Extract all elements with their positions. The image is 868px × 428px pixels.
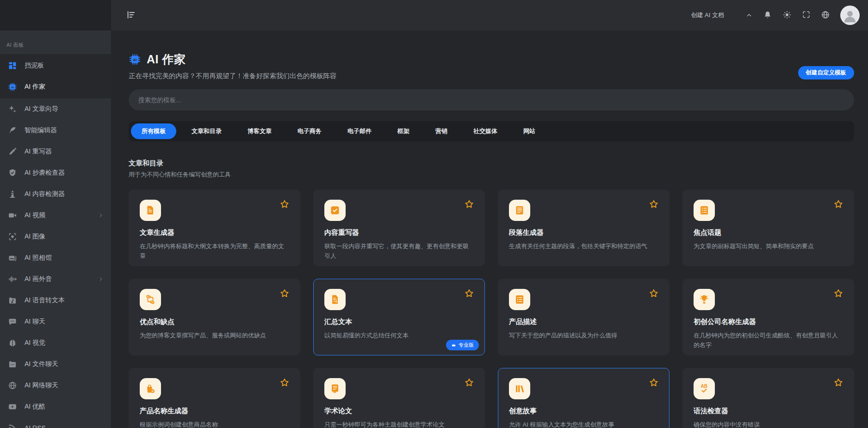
favorite-star-icon[interactable] bbox=[649, 378, 659, 388]
template-card-summarize-text[interactable]: 汇总文本以简短易懂的方式总结任何文本专业版 bbox=[313, 279, 485, 355]
sidebar-item-rss[interactable]: AI RSS bbox=[0, 417, 111, 428]
sidebar-item-image[interactable]: AI 图像 bbox=[0, 226, 111, 247]
template-title: 语法检查器 bbox=[694, 407, 843, 416]
sidebar-item-label: AI 图像 bbox=[25, 232, 45, 241]
page-title: AI 作家 bbox=[147, 52, 186, 67]
template-description: 根据示例词创建创意商品名称 bbox=[140, 420, 289, 428]
svg-text:AB: AB bbox=[701, 384, 707, 389]
tab-8[interactable]: 社交媒体 bbox=[463, 123, 508, 139]
tab-6[interactable]: 框架 bbox=[387, 123, 420, 139]
pro-badge: 专业版 bbox=[446, 340, 479, 350]
sidebar-item-youtube[interactable]: AI 优酷 bbox=[0, 396, 111, 417]
favorite-star-icon[interactable] bbox=[464, 288, 474, 299]
tab-1[interactable]: 所有模板 bbox=[131, 123, 176, 139]
favorite-star-icon[interactable] bbox=[464, 378, 474, 388]
notifications-button[interactable] bbox=[763, 10, 772, 21]
template-card-content-rewriter[interactable]: 内容重写器获取一段内容并重写它，使其更有趣、更有创意和更吸引人 bbox=[313, 190, 485, 266]
search-input[interactable] bbox=[138, 97, 844, 104]
lightbulb-icon bbox=[694, 289, 715, 310]
favorite-star-icon[interactable] bbox=[833, 199, 843, 209]
sidebar-item-article-wizard[interactable]: AI 文章向导 bbox=[0, 98, 111, 120]
sidebar-item-video[interactable]: AI 视频 bbox=[0, 205, 111, 226]
template-description: 只需一秒钟即可为各种主题创建创意学术论文 bbox=[324, 420, 474, 428]
template-card-pros-and-cons[interactable]: 优点和缺点为您的博客文章撰写产品、服务或网站的优缺点 bbox=[129, 279, 300, 355]
favorite-star-icon[interactable] bbox=[649, 199, 659, 209]
language-button[interactable] bbox=[821, 10, 830, 21]
sidebar-item-photo-studio[interactable]: AI 照相馆 bbox=[0, 247, 111, 269]
sidebar-item-vision[interactable]: AI 视觉 bbox=[0, 332, 111, 354]
web-chat-icon bbox=[7, 381, 18, 390]
sidebar-item-label: AI 重写器 bbox=[25, 147, 52, 156]
sidebar-active-group: 挡泥板AIAI 作家 bbox=[0, 54, 111, 98]
section-subtitle: 用于为不同心情和任务编写创意的工具 bbox=[129, 171, 854, 179]
user-avatar[interactable] bbox=[840, 6, 860, 25]
svg-text:AI: AI bbox=[133, 58, 137, 62]
template-description: 生成有关任何主题的段落，包括关键字和特定的语气 bbox=[509, 241, 658, 251]
chevron-up-icon[interactable] bbox=[745, 12, 753, 19]
page-header: AI AI 作家 正在寻找完美的内容？不用再观望了！准备好探索我们出色的模板阵容… bbox=[129, 52, 854, 80]
favorite-star-icon[interactable] bbox=[464, 199, 474, 209]
template-card-grammar-checker[interactable]: AB语法检查器确保您的内容中没有错误 bbox=[682, 368, 854, 428]
sidebar-item-content-detector[interactable]: AI 内容检测器 bbox=[0, 183, 111, 205]
template-card-product-name-generator[interactable]: 产品名称生成器根据示例词创建创意商品名称 bbox=[129, 368, 300, 428]
template-grid: 文章生成器在几秒钟内将标题和大纲文本转换为完整、高质量的文章内容重写器获取一段内… bbox=[129, 190, 854, 428]
template-card-product-description[interactable]: 产品描述写下关于您的产品的描述以及为什么值得 bbox=[498, 279, 670, 355]
sidebar-item-chat[interactable]: AI 聊天 bbox=[0, 311, 111, 332]
sidebar-item-label: AI 抄袭检查器 bbox=[25, 169, 65, 177]
menu-toggle-button[interactable] bbox=[126, 10, 136, 21]
sidebar-item-rewriter[interactable]: AI 重写器 bbox=[0, 141, 111, 162]
sidebar-section-label: AI 面板 bbox=[0, 31, 111, 54]
top-bar: 创建 AI 文档 bbox=[0, 0, 868, 31]
rewriter-icon bbox=[7, 147, 18, 156]
sidebar-item-web-chat[interactable]: AI 网络聊天 bbox=[0, 375, 111, 396]
template-card-startup-name-generator[interactable]: 初创公司名称生成器在几秒钟内为您的初创公司生成酷炫、有创意且吸引人的名字 bbox=[682, 279, 854, 355]
create-custom-template-button[interactable]: 创建自定义模板 bbox=[798, 66, 855, 79]
template-description: 在几秒钟内将标题和大纲文本转换为完整、高质量的文章 bbox=[140, 241, 289, 261]
category-tabs: 所有模板文章和目录博客文章电子商务电子邮件框架营销社交媒体网站 bbox=[129, 121, 854, 141]
main-content: AI AI 作家 正在寻找完美的内容？不用再观望了！准备好探索我们出色的模板阵容… bbox=[111, 31, 868, 428]
tab-2[interactable]: 文章和目录 bbox=[181, 123, 232, 139]
sidebar-item-label: AI 文章向导 bbox=[25, 105, 58, 113]
sidebar-item-ai-writer[interactable]: AIAI 作家 bbox=[0, 76, 111, 98]
tab-7[interactable]: 营销 bbox=[425, 123, 458, 139]
sidebar-item-smart-editor[interactable]: 智能编辑器 bbox=[0, 120, 111, 141]
bell-icon bbox=[763, 10, 772, 21]
academic-icon bbox=[324, 378, 346, 399]
sidebar-item-speech-to-text[interactable]: AI 语音转文本 bbox=[0, 290, 111, 311]
checklist-icon bbox=[694, 200, 715, 221]
tab-5[interactable]: 电子邮件 bbox=[337, 123, 382, 139]
youtube-icon bbox=[7, 402, 18, 411]
favorite-star-icon[interactable] bbox=[833, 288, 843, 299]
theme-toggle-button[interactable] bbox=[782, 10, 792, 21]
fullscreen-icon bbox=[802, 10, 811, 20]
template-card-academic-essay[interactable]: 学术论文只需一秒钟即可为各种主题创建创意学术论文 bbox=[313, 368, 485, 428]
sidebar-item-plagiarism-checker[interactable]: AI 抄袭检查器 bbox=[0, 162, 111, 183]
sidebar-item-label: AI 照相馆 bbox=[25, 254, 52, 262]
sidebar-item-voiceover[interactable]: AI 画外音 bbox=[0, 269, 111, 290]
template-title: 段落生成器 bbox=[509, 228, 658, 237]
image-icon bbox=[7, 232, 18, 241]
favorite-star-icon[interactable] bbox=[279, 378, 290, 388]
sidebar-item-label: AI RSS bbox=[25, 424, 46, 428]
plagiarism-icon bbox=[7, 168, 18, 177]
tab-3[interactable]: 博客文章 bbox=[237, 123, 282, 139]
create-ai-doc-dropdown[interactable]: 创建 AI 文档 bbox=[691, 11, 724, 19]
favorite-star-icon[interactable] bbox=[833, 378, 843, 388]
tab-4[interactable]: 电子商务 bbox=[287, 123, 332, 139]
fullscreen-button[interactable] bbox=[802, 10, 811, 20]
favorite-star-icon[interactable] bbox=[649, 288, 659, 299]
check-square-icon bbox=[324, 200, 346, 221]
sidebar-item-file-chat[interactable]: AI 文件聊天 bbox=[0, 354, 111, 375]
sidebar-item-dashboard[interactable]: 挡泥板 bbox=[0, 55, 111, 76]
smart-editor-icon bbox=[7, 126, 18, 135]
template-card-creative-story[interactable]: 创意故事允许 AI 根据输入文本为您生成创意故事 bbox=[498, 368, 670, 428]
template-card-paragraph-generator[interactable]: 段落生成器生成有关任何主题的段落，包括关键字和特定的语气 bbox=[498, 190, 670, 266]
tab-9[interactable]: 网站 bbox=[513, 123, 546, 139]
sidebar-item-label: AI 内容检测器 bbox=[25, 190, 65, 198]
template-card-talking-points[interactable]: 焦点话题为文章的副标题写出简短、简单和翔实的要点 bbox=[682, 190, 854, 266]
template-card-article-generator[interactable]: 文章生成器在几秒钟内将标题和大纲文本转换为完整、高质量的文章 bbox=[129, 190, 300, 266]
vision-icon bbox=[7, 338, 18, 348]
template-title: 初创公司名称生成器 bbox=[694, 318, 843, 326]
favorite-star-icon[interactable] bbox=[279, 288, 290, 299]
favorite-star-icon[interactable] bbox=[279, 199, 290, 209]
